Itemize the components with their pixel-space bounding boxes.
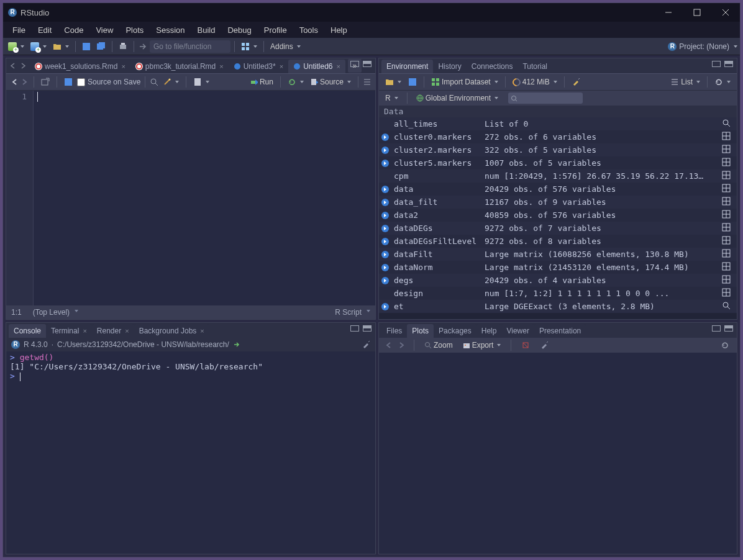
console-output[interactable]: > getwd() [1] "C:/Users/z3129342/OneDriv… xyxy=(6,351,375,554)
code-editor[interactable]: 1 xyxy=(6,91,375,305)
expand-icon[interactable] xyxy=(381,251,389,258)
expand-icon[interactable] xyxy=(381,147,389,154)
minimize-pane-icon[interactable] xyxy=(350,325,359,332)
print-button[interactable] xyxy=(116,40,130,53)
source-on-save[interactable]: Source on Save xyxy=(77,78,140,86)
environment-data[interactable]: Dataall_timesList of 0cluster0.markers27… xyxy=(379,106,737,319)
tab-environment[interactable]: Environment xyxy=(381,60,433,73)
expand-icon[interactable] xyxy=(381,160,389,167)
close-icon[interactable]: × xyxy=(200,327,204,335)
source-script-button[interactable]: Source xyxy=(308,75,353,89)
tab-history[interactable]: History xyxy=(433,60,466,73)
show-in-new-window-button[interactable] xyxy=(39,75,52,89)
env-row[interactable]: degs20429 obs. of 4 variables xyxy=(379,274,737,287)
tab-untitled3[interactable]: Untitled3*× xyxy=(229,60,288,73)
expand-icon[interactable] xyxy=(381,238,389,245)
addins-button[interactable]: Addins xyxy=(268,40,303,53)
load-workspace-button[interactable] xyxy=(383,75,404,89)
close-icon[interactable]: × xyxy=(83,327,86,335)
open-wd-icon[interactable] xyxy=(233,341,240,348)
menu-edit[interactable]: Edit xyxy=(32,24,57,37)
save-doc-button[interactable] xyxy=(62,75,75,89)
tab-console[interactable]: Console xyxy=(9,324,46,338)
minimize-pane-icon[interactable] xyxy=(350,61,359,67)
env-row[interactable]: dataFiltLarge matrix (16088256 elements,… xyxy=(379,248,737,261)
view-table-icon[interactable] xyxy=(722,275,734,286)
view-table-icon[interactable] xyxy=(722,223,734,233)
tab-render[interactable]: Render× xyxy=(92,324,134,338)
save-button[interactable] xyxy=(80,40,93,53)
remove-plot-button[interactable] xyxy=(519,338,532,352)
env-row[interactable]: cluster0.markers272 obs. of 6 variables xyxy=(379,130,737,143)
view-table-icon[interactable] xyxy=(722,171,734,181)
env-row[interactable]: dataDEGsFiltLevel9272 obs. of 8 variable… xyxy=(379,235,737,248)
close-icon[interactable]: × xyxy=(337,63,340,70)
minimize-pane-icon[interactable] xyxy=(712,325,721,332)
expand-icon[interactable] xyxy=(381,277,389,284)
close-button[interactable] xyxy=(711,3,740,22)
view-mode-button[interactable]: List xyxy=(668,75,703,89)
tab-week1-solutions[interactable]: week1_solutions.Rmd× xyxy=(30,60,130,73)
tab-plots[interactable]: Plots xyxy=(407,324,434,338)
expand-icon[interactable] xyxy=(381,212,389,219)
expand-icon[interactable] xyxy=(381,264,389,271)
refresh-button[interactable] xyxy=(712,75,733,89)
maximize-pane-icon[interactable] xyxy=(363,61,372,67)
menu-session[interactable]: Session xyxy=(150,24,190,37)
run-button[interactable]: Run xyxy=(248,75,276,89)
outline-icon[interactable] xyxy=(363,78,372,86)
env-row[interactable]: data_filt12167 obs. of 9 variables xyxy=(379,196,737,209)
menu-help[interactable]: Help xyxy=(325,24,353,37)
env-row[interactable]: data240859 obs. of 576 variables xyxy=(379,209,737,222)
env-row[interactable]: cluster2.markers322 obs. of 5 variables xyxy=(379,143,737,156)
expand-icon[interactable] xyxy=(381,186,389,193)
env-row[interactable]: all_timesList of 0 xyxy=(379,117,737,130)
minimize-pane-icon[interactable] xyxy=(712,61,721,67)
menu-plots[interactable]: Plots xyxy=(120,24,149,37)
project-menu[interactable]: R Project: (None) xyxy=(668,42,737,51)
inspect-icon[interactable] xyxy=(722,119,734,129)
view-table-icon[interactable] xyxy=(722,236,734,246)
find-icon[interactable] xyxy=(150,78,158,86)
env-row[interactable]: designnum [1:7, 1:2] 1 1 1 1 1 1 1 0 0 0… xyxy=(379,287,737,300)
forward-icon[interactable] xyxy=(21,78,29,86)
tab-presentation[interactable]: Presentation xyxy=(534,324,586,338)
tab-nav-left-icon[interactable] xyxy=(9,61,17,70)
menu-tools[interactable]: Tools xyxy=(294,24,324,37)
inspect-icon[interactable] xyxy=(722,301,734,312)
env-row[interactable]: dataDEGs9272 obs. of 7 variables xyxy=(379,222,737,235)
tab-terminal[interactable]: Terminal× xyxy=(46,324,92,338)
close-icon[interactable]: × xyxy=(125,327,129,335)
tab-pbmc3k-tutorial[interactable]: pbmc3k_tutorial.Rmd× xyxy=(130,60,229,73)
export-button[interactable]: Export xyxy=(460,338,504,352)
maximize-pane-icon[interactable] xyxy=(724,325,733,332)
menu-profile[interactable]: Profile xyxy=(258,24,293,37)
maximize-pane-icon[interactable] xyxy=(363,325,372,332)
working-directory[interactable]: C:/Users/z3129342/OneDrive - UNSW/lab/re… xyxy=(57,340,229,349)
menu-view[interactable]: View xyxy=(90,24,119,37)
tab-tutorial[interactable]: Tutorial xyxy=(517,60,552,73)
close-icon[interactable]: × xyxy=(280,63,283,70)
close-icon[interactable]: × xyxy=(121,63,125,70)
env-row[interactable]: cluster5.markers1007 obs. of 5 variables xyxy=(379,156,737,169)
goto-file[interactable]: Go to file/function xyxy=(138,40,230,53)
menu-build[interactable]: Build xyxy=(192,24,221,37)
next-plot-icon[interactable] xyxy=(398,341,406,350)
rerun-button[interactable] xyxy=(285,75,306,89)
view-table-icon[interactable] xyxy=(722,197,734,207)
tab-viewer[interactable]: Viewer xyxy=(501,324,534,338)
expand-icon[interactable] xyxy=(381,199,389,206)
tab-help[interactable]: Help xyxy=(476,324,502,338)
refresh-plots-button[interactable] xyxy=(718,338,732,352)
view-table-icon[interactable] xyxy=(722,145,734,155)
language-selector[interactable]: R xyxy=(383,91,401,105)
environment-selector[interactable]: Global Environment xyxy=(414,91,501,105)
env-search-input[interactable] xyxy=(508,93,583,104)
tab-untitled6[interactable]: Untitled6× xyxy=(288,60,345,73)
titlebar[interactable]: R RStudio xyxy=(3,3,740,22)
view-table-icon[interactable] xyxy=(722,184,734,194)
new-project-button[interactable] xyxy=(28,40,49,53)
memory-usage[interactable]: 412 MiB xyxy=(510,75,560,89)
menu-code[interactable]: Code xyxy=(58,24,89,37)
env-row[interactable]: etLarge DGEExact (3 elements, 2.8 MB) xyxy=(379,300,737,313)
